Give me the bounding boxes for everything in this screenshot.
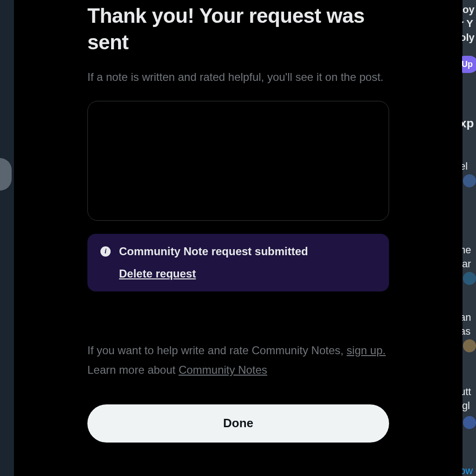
avatar-small: [463, 339, 476, 352]
help-text: If you want to help write and rate Commu…: [87, 343, 389, 359]
modal-title: Thank you! Your request was sent: [87, 2, 389, 55]
sign-up-link[interactable]: sign up.: [347, 344, 386, 357]
bg-text-fragment: as: [462, 325, 470, 337]
avatar-small: [463, 272, 476, 285]
learn-prefix: Learn more about: [87, 364, 178, 376]
upgrade-button-partial[interactable]: Up: [462, 56, 476, 73]
background-left-strip: [0, 0, 14, 476]
info-box-header: Community Note request submitted: [100, 245, 376, 258]
bg-text-fragment: xp: [462, 116, 474, 131]
modal-subtitle: If a note is written and rated helpful, …: [87, 69, 389, 85]
learn-more-text: Learn more about Community Notes: [87, 364, 389, 377]
modal-backdrop: Thank you! Your request was sent If a no…: [0, 0, 476, 476]
bg-text-fragment: el: [462, 160, 468, 172]
info-icon: [100, 246, 111, 257]
post-preview-box: [87, 101, 389, 221]
avatar-small: [463, 174, 476, 187]
bg-text-fragment: oly: [462, 32, 475, 44]
community-note-confirmation-modal: Thank you! Your request was sent If a no…: [14, 0, 463, 476]
bg-text-fragment: an: [462, 311, 471, 324]
delete-request-link[interactable]: Delete request: [119, 267, 196, 280]
bg-text-fragment: utt: [462, 386, 471, 398]
avatar-small: [463, 416, 476, 429]
bg-text-fragment: r Y: [462, 18, 473, 30]
bg-text-fragment: ne: [462, 244, 471, 256]
background-right-strip: joy r Y oly Up xp el ne lar an as utt ig…: [462, 0, 476, 476]
done-button[interactable]: Done: [87, 404, 389, 443]
help-text-prefix: If you want to help write and rate Commu…: [87, 344, 347, 357]
community-notes-link[interactable]: Community Notes: [178, 364, 267, 376]
info-status-box: Community Note request submitted Delete …: [87, 234, 389, 291]
bg-text-fragment: joy: [462, 4, 475, 16]
avatar-partial: [0, 158, 12, 191]
bg-text-fragment: lar: [462, 258, 471, 270]
info-status-text: Community Note request submitted: [119, 245, 308, 258]
bg-show-more-link[interactable]: ow: [462, 465, 473, 476]
bg-text-fragment: igl: [462, 400, 470, 412]
